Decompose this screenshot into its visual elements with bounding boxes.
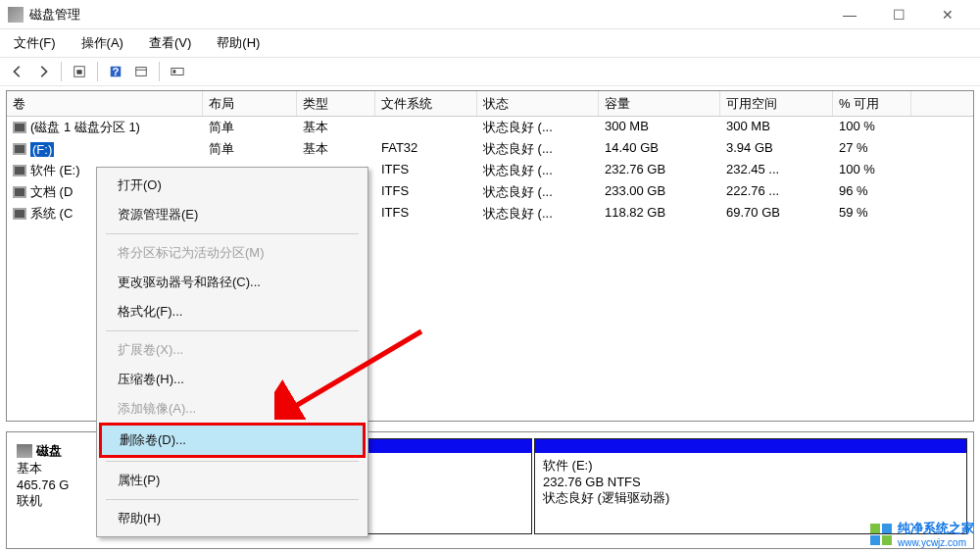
cell-status: 状态良好 (... bbox=[477, 181, 599, 203]
cell-layout: 简单 bbox=[203, 117, 297, 138]
cell-fs bbox=[375, 117, 477, 138]
partition-status: 状态良好 (逻辑驱动器) bbox=[543, 489, 958, 507]
cell-volume: (F:) bbox=[30, 142, 54, 157]
ctx-help[interactable]: 帮助(H) bbox=[100, 504, 365, 533]
cell-fs: FAT32 bbox=[375, 138, 477, 160]
ctx-separator bbox=[106, 499, 359, 500]
ctx-delete-volume[interactable]: 删除卷(D)... bbox=[100, 424, 365, 457]
col-type[interactable]: 类型 bbox=[297, 91, 375, 116]
menu-help[interactable]: 帮助(H) bbox=[211, 30, 266, 56]
ctx-change-letter[interactable]: 更改驱动器号和路径(C)... bbox=[100, 268, 365, 297]
maximize-button[interactable]: ☐ bbox=[884, 7, 913, 23]
ctx-mark-active: 将分区标记为活动分区(M) bbox=[100, 238, 365, 268]
cell-status: 状态良好 (... bbox=[477, 160, 599, 181]
cell-free: 222.76 ... bbox=[720, 181, 833, 203]
watermark-text: 纯净系统之家 bbox=[898, 520, 974, 537]
cell-fs: ITFS bbox=[375, 160, 477, 181]
drive-icon bbox=[13, 143, 26, 155]
drive-icon bbox=[13, 186, 26, 198]
ctx-format[interactable]: 格式化(F)... bbox=[100, 297, 365, 326]
ctx-open[interactable]: 打开(O) bbox=[100, 171, 365, 200]
cell-volume: 文档 (D bbox=[30, 183, 73, 201]
cell-pct: 100 % bbox=[833, 160, 911, 181]
close-button[interactable]: ✕ bbox=[933, 7, 962, 23]
partition-name: 软件 (E:) bbox=[543, 457, 958, 475]
toolbar-separator bbox=[61, 62, 62, 81]
svg-rect-1 bbox=[76, 70, 81, 74]
refresh-button[interactable] bbox=[68, 60, 91, 83]
cell-volume: (磁盘 1 磁盘分区 1) bbox=[30, 119, 140, 136]
menu-bar: 文件(F) 操作(A) 查看(V) 帮助(H) bbox=[0, 29, 980, 57]
menu-file[interactable]: 文件(F) bbox=[8, 30, 62, 56]
context-menu: 打开(O) 资源管理器(E) 将分区标记为活动分区(M) 更改驱动器号和路径(C… bbox=[96, 167, 368, 537]
col-freespace[interactable]: 可用空间 bbox=[720, 91, 833, 116]
ctx-separator bbox=[106, 330, 359, 331]
back-button[interactable] bbox=[6, 60, 29, 83]
minimize-button[interactable]: — bbox=[835, 7, 864, 23]
tool-button[interactable] bbox=[129, 60, 153, 83]
ctx-explorer[interactable]: 资源管理器(E) bbox=[100, 200, 365, 229]
toolbar: ? bbox=[0, 57, 980, 86]
ctx-separator bbox=[106, 233, 359, 234]
cell-fs: ITFS bbox=[375, 181, 477, 203]
cell-cap: 232.76 GB bbox=[599, 160, 720, 181]
svg-text:?: ? bbox=[113, 66, 120, 77]
cell-pct: 100 % bbox=[833, 117, 911, 138]
menu-view[interactable]: 查看(V) bbox=[143, 30, 197, 56]
app-icon bbox=[8, 7, 24, 23]
partition-header bbox=[535, 439, 966, 453]
drive-icon bbox=[13, 122, 26, 133]
watermark-url: www.ycwjz.com bbox=[898, 537, 974, 548]
window-title: 磁盘管理 bbox=[29, 6, 835, 24]
ctx-properties[interactable]: 属性(P) bbox=[100, 466, 365, 495]
disk-icon bbox=[17, 444, 32, 458]
cell-pct: 59 % bbox=[833, 203, 911, 225]
svg-rect-4 bbox=[136, 68, 147, 76]
list-header: 卷 布局 类型 文件系统 状态 容量 可用空间 % 可用 bbox=[7, 91, 973, 117]
cell-layout: 简单 bbox=[203, 138, 297, 160]
cell-type: 基本 bbox=[297, 138, 375, 160]
col-volume[interactable]: 卷 bbox=[7, 91, 203, 116]
cell-cap: 118.82 GB bbox=[599, 203, 720, 225]
col-pctfree[interactable]: % 可用 bbox=[833, 91, 911, 116]
cell-free: 3.94 GB bbox=[720, 138, 833, 160]
cell-volume: 软件 (E:) bbox=[30, 162, 80, 179]
cell-fs: ITFS bbox=[375, 203, 477, 225]
forward-button[interactable] bbox=[31, 60, 55, 83]
tool-button[interactable] bbox=[166, 60, 189, 83]
table-row-selected[interactable]: (F:) 简单 基本 FAT32 状态良好 (... 14.40 GB 3.94… bbox=[7, 138, 973, 160]
col-filesystem[interactable]: 文件系统 bbox=[375, 91, 477, 116]
disk-label: 磁盘 bbox=[36, 442, 62, 460]
cell-cap: 300 MB bbox=[599, 117, 720, 138]
svg-rect-7 bbox=[173, 70, 176, 74]
toolbar-separator bbox=[97, 62, 98, 81]
ctx-add-mirror: 添加镜像(A)... bbox=[100, 394, 365, 424]
disk-size: 465.76 G bbox=[17, 477, 97, 492]
col-layout[interactable]: 布局 bbox=[203, 91, 297, 116]
cell-status: 状态良好 (... bbox=[477, 117, 599, 138]
cell-free: 300 MB bbox=[720, 117, 833, 138]
cell-cap: 233.00 GB bbox=[599, 181, 720, 203]
cell-free: 69.70 GB bbox=[720, 203, 833, 225]
drive-icon bbox=[13, 208, 26, 220]
cell-cap: 14.40 GB bbox=[599, 138, 720, 160]
partition-info: 232.76 GB NTFS bbox=[543, 475, 958, 489]
cell-status: 状态良好 (... bbox=[477, 203, 599, 225]
ctx-shrink[interactable]: 压缩卷(H)... bbox=[100, 365, 365, 394]
col-status[interactable]: 状态 bbox=[477, 91, 599, 116]
help-button[interactable]: ? bbox=[104, 60, 127, 83]
watermark: 纯净系统之家 www.ycwjz.com bbox=[870, 520, 974, 548]
ctx-separator bbox=[106, 461, 359, 462]
disk-type: 基本 bbox=[17, 460, 97, 477]
cell-pct: 96 % bbox=[833, 181, 911, 203]
watermark-icon bbox=[870, 524, 892, 545]
toolbar-separator bbox=[159, 62, 160, 81]
ctx-extend: 扩展卷(X)... bbox=[100, 335, 365, 365]
col-capacity[interactable]: 容量 bbox=[599, 91, 720, 116]
cell-volume: 系统 (C bbox=[30, 205, 73, 223]
disk-info: 磁盘 基本 465.76 G 联机 bbox=[13, 438, 101, 534]
table-row[interactable]: (磁盘 1 磁盘分区 1) 简单 基本 状态良好 (... 300 MB 300… bbox=[7, 117, 973, 138]
menu-action[interactable]: 操作(A) bbox=[75, 30, 129, 56]
cell-status: 状态良好 (... bbox=[477, 138, 599, 160]
cell-pct: 27 % bbox=[833, 138, 911, 160]
